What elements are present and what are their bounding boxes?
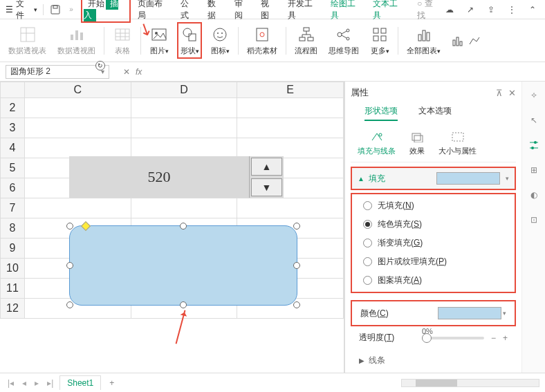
name-box[interactable]: 圆角矩形 2 ▾ [6, 65, 109, 79]
row-header[interactable]: 2 [0, 98, 25, 118]
ribbon-all-charts[interactable]: 全部图表▾ [404, 25, 443, 56]
cell[interactable] [25, 138, 131, 158]
sheet-nav-last[interactable]: ▸| [45, 378, 55, 388]
ribbon-docer[interactable]: 稻壳素材 [244, 25, 280, 56]
resize-handle-tm[interactable] [180, 223, 187, 230]
cell[interactable] [25, 98, 131, 118]
row-header[interactable]: 11 [0, 279, 25, 299]
rounded-rectangle-shape[interactable] [69, 225, 297, 306]
row-header[interactable]: 10 [0, 259, 25, 279]
cancel-formula-icon[interactable]: ✕ [123, 67, 130, 77]
tab-shape-options[interactable]: 形状选项 [364, 105, 398, 121]
fill-color-preview[interactable] [436, 172, 500, 185]
ribbon-flowchart[interactable]: 流程图 [292, 25, 320, 56]
cell[interactable] [25, 198, 131, 218]
subtab-effects[interactable]: 效果 [409, 131, 425, 156]
cell[interactable] [131, 138, 238, 158]
ribbon-table[interactable]: 表格 [110, 25, 135, 56]
sidebar-select-icon[interactable]: ↖ [527, 113, 541, 127]
expand-icon[interactable]: ⌃ [526, 3, 539, 17]
color-dropdown[interactable] [438, 307, 501, 319]
opacity-decrement[interactable]: − [491, 333, 496, 343]
row-header[interactable]: 8 [0, 218, 25, 239]
line-section-header[interactable]: ▶ 线条 [351, 349, 516, 372]
pin-icon[interactable]: ⊼ [496, 88, 503, 98]
sheet-nav-prev[interactable]: ◂ [20, 378, 28, 388]
sheet-nav-next[interactable]: ▸ [33, 378, 41, 388]
sidebar-properties-icon[interactable] [527, 138, 541, 152]
scrollbar-thumb[interactable] [416, 380, 457, 386]
subtab-size-props[interactable]: 大小与属性 [438, 131, 477, 156]
formula-input[interactable] [147, 66, 286, 77]
sheet-nav-first[interactable]: |◂ [6, 378, 16, 388]
cell[interactable] [25, 118, 131, 138]
menu-tab-page-layout[interactable]: 页面布局 [133, 0, 174, 23]
column-header[interactable]: C [25, 82, 131, 98]
spinner-up-button[interactable]: ▲ [251, 158, 282, 176]
menu-tab-data[interactable]: 数据 [203, 0, 228, 23]
rotate-handle[interactable]: ↻ [95, 61, 105, 71]
cell[interactable] [131, 98, 238, 118]
row-header[interactable]: 5 [0, 158, 25, 178]
column-header[interactable]: E [237, 82, 344, 98]
resize-handle-ml[interactable] [66, 262, 73, 269]
cell[interactable] [131, 198, 238, 218]
chevron-down-icon[interactable]: ▾ [506, 175, 509, 182]
chevron-down-icon[interactable]: ▾ [503, 310, 506, 317]
cell[interactable] [237, 198, 344, 218]
resize-handle-mr[interactable] [293, 262, 300, 269]
row-header[interactable]: 4 [0, 138, 25, 158]
radio-gradient-fill[interactable]: 渐变填充(G) [363, 237, 504, 249]
sheet-tab[interactable]: Sheet1 [59, 375, 101, 390]
ribbon-shapes[interactable]: 形状▾ [177, 22, 202, 59]
tab-text-options[interactable]: 文本选项 [418, 105, 452, 121]
opacity-slider[interactable]: 0% [422, 337, 484, 339]
share-icon[interactable]: ↗ [463, 3, 477, 17]
opacity-increment[interactable]: + [503, 333, 508, 343]
horizontal-scrollbar[interactable] [401, 379, 539, 387]
export-icon[interactable]: ⇪ [484, 3, 498, 17]
select-all-corner[interactable] [0, 82, 25, 98]
close-icon[interactable]: ✕ [508, 88, 516, 98]
row-header[interactable]: 6 [0, 178, 25, 198]
row-header[interactable]: 9 [0, 239, 25, 259]
resize-handle-tl[interactable] [66, 223, 73, 230]
menu-tab-drawing-tools[interactable]: 绘图工具 [326, 0, 367, 23]
menu-tab-text-tools[interactable]: 文本工具 [369, 0, 409, 23]
menu-tab-start[interactable]: 开始 [84, 0, 106, 10]
resize-handle-bm[interactable] [180, 301, 187, 308]
resize-handle-tr[interactable] [293, 223, 300, 230]
resize-handle-bl[interactable] [66, 301, 73, 308]
cell[interactable] [237, 98, 344, 118]
sidebar-help-icon[interactable]: ⊡ [527, 213, 541, 227]
cell[interactable] [237, 118, 344, 138]
resize-handle-br[interactable] [293, 301, 300, 308]
slider-thumb[interactable] [422, 333, 432, 343]
file-menu[interactable]: ☰ 文件 ▾ [6, 0, 37, 21]
sidebar-analysis-icon[interactable]: ⊞ [527, 163, 541, 177]
fill-section-header[interactable]: ▲ 填充 ▾ [351, 167, 516, 190]
radio-picture-fill[interactable]: 图片或纹理填充(P) [363, 256, 504, 268]
radio-solid-fill[interactable]: 纯色填充(S) [363, 218, 504, 230]
subtab-fill-line[interactable]: 填充与线条 [358, 131, 396, 156]
spreadsheet-grid[interactable]: C D E 2 3 4 5 6 7 8 9 10 11 12 520 ▲ ▼ ↻ [0, 82, 344, 375]
line-chart-icon[interactable] [468, 35, 481, 47]
ribbon-more[interactable]: 更多▾ [367, 25, 392, 56]
row-header[interactable]: 3 [0, 118, 25, 138]
radio-no-fill[interactable]: 无填充(N) [363, 200, 504, 212]
add-sheet-button[interactable]: + [105, 378, 118, 388]
save-icon[interactable] [49, 3, 62, 17]
radio-pattern-fill[interactable]: 图案填充(A) [363, 274, 504, 286]
more-quick-icon[interactable]: » [65, 3, 78, 17]
column-chart-icon[interactable] [452, 35, 464, 47]
spinner-control[interactable]: 520 ▲ ▼ [69, 156, 284, 198]
cell[interactable] [237, 138, 344, 158]
cloud-icon[interactable]: ☁ [443, 3, 456, 17]
cell[interactable] [131, 118, 238, 138]
sidebar-design-icon[interactable]: ✧ [527, 88, 541, 102]
fx-label[interactable]: fx [136, 67, 142, 77]
menu-tab-view[interactable]: 视图 [257, 0, 281, 23]
sidebar-backup-icon[interactable]: ◐ [527, 188, 541, 202]
search-box[interactable]: ○ 查找 [417, 0, 440, 21]
menu-tab-devtools[interactable]: 开发工具 [284, 0, 324, 23]
